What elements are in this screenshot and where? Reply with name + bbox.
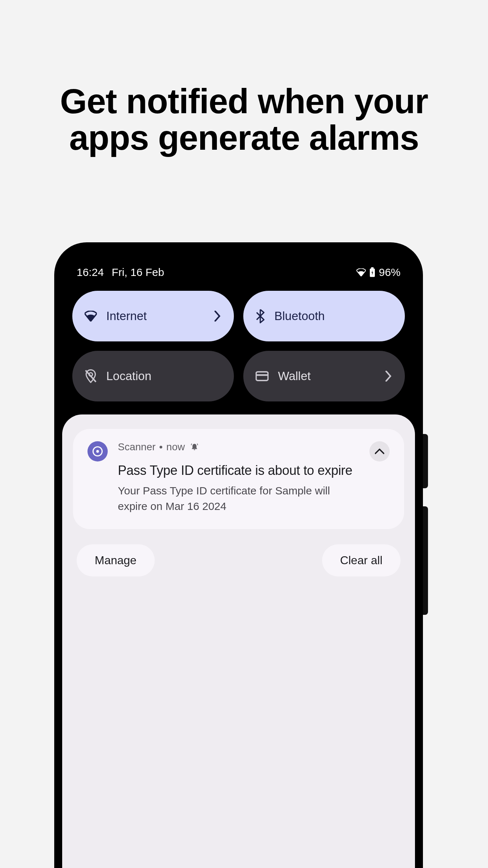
qs-bluetooth-label: Bluetooth: [274, 309, 325, 323]
location-off-icon: [85, 369, 97, 383]
qs-wallet-label: Wallet: [278, 369, 311, 383]
chevron-right-icon: [214, 311, 221, 322]
bell-ringing-icon: [191, 443, 198, 451]
notification-time: now: [166, 441, 185, 453]
phone-screen: 16:24 Fri, 16 Feb 96%: [62, 257, 415, 868]
phone-frame: 16:24 Fri, 16 Feb 96%: [54, 242, 423, 868]
qs-internet-tile[interactable]: Internet: [72, 291, 234, 341]
qs-location-tile[interactable]: Location: [72, 351, 234, 401]
collapse-notification-button[interactable]: [369, 441, 390, 461]
separator-dot: •: [159, 441, 163, 453]
svg-rect-1: [371, 267, 373, 269]
scanner-app-icon: [92, 446, 103, 457]
chevron-right-icon: [385, 371, 392, 382]
svg-point-7: [96, 450, 99, 453]
manage-button[interactable]: Manage: [77, 544, 155, 576]
svg-rect-4: [256, 372, 268, 380]
wifi-icon: [85, 311, 97, 322]
headline-line-1: Get notified when your: [60, 82, 428, 120]
status-time: 16:24: [77, 266, 104, 278]
notification-app-icon: [87, 441, 108, 461]
quick-settings-grid: Internet Bluetooth Location: [62, 284, 415, 414]
notification-title: Pass Type ID certificate is about to exp…: [118, 463, 359, 478]
phone-side-button: [423, 434, 428, 488]
notification-content: Scanner • now Pass Type ID certificate i…: [118, 441, 359, 514]
notification-actions-row: Manage Clear all: [73, 529, 404, 576]
notification-shade: Scanner • now Pass Type ID certificate i…: [62, 414, 415, 868]
bluetooth-icon: [256, 309, 265, 323]
status-date: Fri, 16 Feb: [112, 266, 164, 278]
wifi-icon: [356, 268, 366, 276]
clear-all-button[interactable]: Clear all: [322, 544, 401, 576]
qs-bluetooth-tile[interactable]: Bluetooth: [243, 291, 405, 341]
status-right: 96%: [356, 266, 401, 278]
battery-icon: [369, 267, 376, 277]
chevron-up-icon: [375, 448, 384, 454]
qs-wallet-tile[interactable]: Wallet: [243, 351, 405, 401]
notification-body: Your Pass Type ID certificate for Sample…: [118, 483, 359, 514]
battery-percentage: 96%: [379, 266, 401, 278]
qs-location-label: Location: [106, 369, 151, 383]
notification-app-name: Scanner: [118, 441, 155, 453]
headline-line-2: apps generate alarms: [69, 118, 419, 157]
phone-volume-button: [423, 506, 428, 615]
qs-internet-label: Internet: [106, 309, 147, 323]
status-bar: 16:24 Fri, 16 Feb 96%: [62, 257, 415, 284]
notification-header: Scanner • now: [118, 441, 359, 453]
status-left: 16:24 Fri, 16 Feb: [77, 266, 164, 278]
wallet-icon: [256, 371, 269, 381]
promo-headline: Get notified when your apps generate ala…: [0, 83, 488, 156]
notification-card[interactable]: Scanner • now Pass Type ID certificate i…: [73, 429, 404, 529]
